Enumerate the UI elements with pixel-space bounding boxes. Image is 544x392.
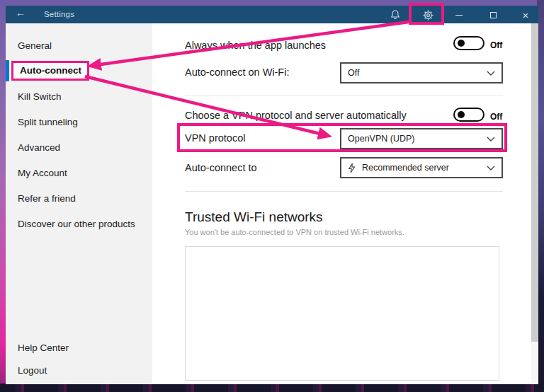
trusted-networks-subtitle: You won't be auto-connected to VPN on tr… <box>185 228 404 236</box>
divider <box>185 96 503 96</box>
sidebar-item-my-account[interactable]: My Account <box>6 160 152 185</box>
auto-protocol-toggle-state: Off <box>490 112 502 122</box>
toggle-knob <box>458 40 465 47</box>
wifi-autoconnect-label: Auto-connect on Wi-Fi: <box>185 67 289 78</box>
sidebar-item-kill-switch[interactable]: Kill Switch <box>6 83 152 109</box>
auto-connect-annotation-box: Auto-connect <box>11 61 89 81</box>
trusted-networks-list <box>185 246 499 381</box>
window-title: Settings <box>44 10 74 18</box>
minimize-button[interactable] <box>452 8 466 22</box>
back-icon[interactable]: ← <box>16 7 26 18</box>
launch-toggle-label: Always when the app launches <box>185 40 326 51</box>
sidebar-item-general[interactable]: General <box>6 33 152 58</box>
desktop-background-bottom <box>0 384 544 392</box>
titlebar: ← Settings <box>6 6 538 23</box>
settings-sidebar: General Auto-connect Kill Switch Split t… <box>6 23 152 384</box>
auto-connect-to-label: Auto-connect to <box>185 162 257 173</box>
auto-connect-to-dropdown[interactable]: Recommended server <box>340 157 503 178</box>
vpn-protocol-value: OpenVPN (UDP) <box>348 134 487 144</box>
sidebar-item-refer-a-friend[interactable]: Refer a friend <box>6 185 152 211</box>
launch-toggle-state: Off <box>490 40 502 50</box>
auto-protocol-toggle[interactable] <box>453 108 484 122</box>
sidebar-item-logout[interactable]: Logout <box>6 359 152 381</box>
chevron-down-icon <box>487 71 495 76</box>
auto-connect-panel: Always when the app launches Off Auto-co… <box>152 23 538 384</box>
active-accent-bar <box>6 60 9 81</box>
scrollbar-track[interactable] <box>531 23 538 384</box>
toggle-knob <box>458 111 465 118</box>
bell-icon[interactable] <box>388 8 402 22</box>
scrollbar-thumb[interactable] <box>531 23 538 342</box>
sidebar-item-auto-connect[interactable]: Auto-connect <box>6 58 152 83</box>
vpn-protocol-dropdown[interactable]: OpenVPN (UDP) <box>340 128 503 149</box>
wifi-autoconnect-dropdown[interactable]: Off <box>340 62 503 83</box>
sidebar-item-discover-products[interactable]: Discover our other products <box>6 211 152 236</box>
lightning-icon <box>348 163 356 173</box>
sidebar-footer: Help Center Logout <box>6 336 152 381</box>
auto-protocol-toggle-label: Choose a VPN protocol and server automat… <box>185 110 407 121</box>
launch-toggle[interactable] <box>453 36 484 50</box>
sidebar-item-split-tunneling[interactable]: Split tunneling <box>6 109 152 134</box>
chevron-down-icon <box>487 137 495 142</box>
maximize-button[interactable] <box>486 8 500 22</box>
chevron-down-icon <box>487 166 495 171</box>
sidebar-item-help-center[interactable]: Help Center <box>6 336 152 359</box>
gear-icon[interactable] <box>421 8 435 22</box>
divider <box>185 191 503 192</box>
sidebar-item-advanced[interactable]: Advanced <box>6 134 152 160</box>
vpn-protocol-label: VPN protocol <box>185 132 245 144</box>
close-button[interactable]: × <box>518 8 533 22</box>
trusted-networks-heading: Trusted Wi-Fi networks <box>185 209 323 225</box>
wifi-autoconnect-value: Off <box>348 68 487 78</box>
app-window: ← Settings <box>6 6 538 384</box>
auto-connect-to-value: Recommended server <box>362 163 487 173</box>
